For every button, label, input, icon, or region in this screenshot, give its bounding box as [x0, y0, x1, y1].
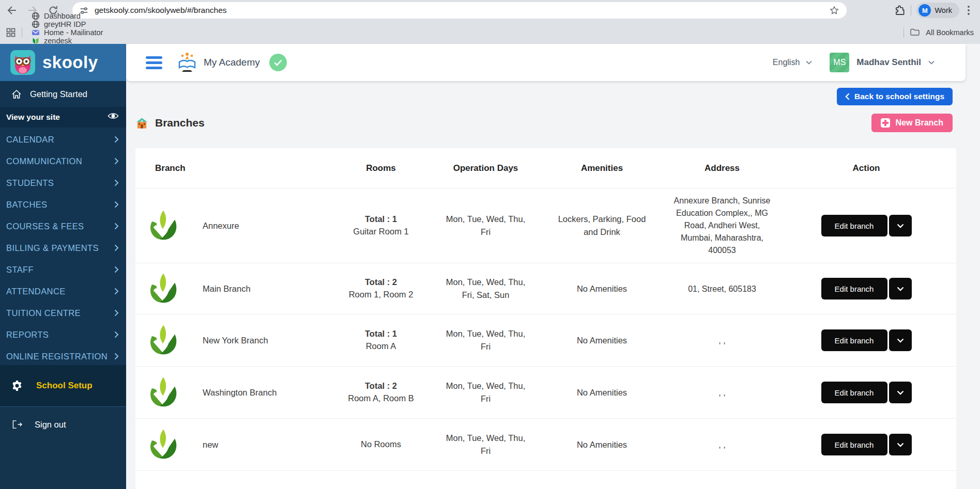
column-amenities: Amenities	[536, 163, 668, 173]
branch-name: Washington Branch	[203, 388, 277, 398]
folder-icon	[910, 28, 920, 36]
sidebar-menu-item[interactable]: COMMUNICATION	[0, 150, 126, 172]
sign-out-icon	[12, 420, 22, 429]
bookmark-item[interactable]: greytHR IDP	[32, 20, 117, 28]
signout-panel: Sign out	[0, 406, 126, 489]
operation-days-cell: Mon, Tue, Wed, Thu, Fri, Sat, Sun	[435, 272, 536, 306]
branches-table: Branch Rooms Operation Days Amenities Ad…	[135, 148, 956, 489]
bookmark-star-icon[interactable]	[829, 5, 839, 15]
chevron-left-icon	[845, 93, 850, 100]
branch-name: Annexure	[203, 221, 239, 231]
table-row: Annexure Total : 1 Guitar Room 1 Mon, Tu…	[135, 188, 956, 263]
chevron-down-icon	[897, 338, 904, 343]
url-bar[interactable]: getskooly.com/skoolyweb/#/branches	[72, 2, 847, 19]
edit-branch-button[interactable]: Edit branch	[821, 278, 887, 299]
sidebar-menu-item[interactable]: ATTENDANCE	[0, 280, 126, 302]
language-selector[interactable]: English	[773, 58, 812, 67]
chevron-down-icon	[806, 60, 812, 65]
table-row: new No Rooms Mon, Tue, Wed, Thu, Fri No …	[135, 419, 956, 471]
sidebar-menu-item[interactable]: BATCHES	[0, 194, 126, 215]
rooms-cell: Total : 2 Room 1, Room 2	[327, 272, 435, 305]
chevron-down-icon	[897, 287, 904, 291]
rooms-cell: No Rooms	[327, 434, 435, 455]
extensions-icon[interactable]	[895, 5, 906, 16]
edit-branch-dropdown-button[interactable]	[889, 278, 912, 299]
amenities-cell: No Amenities	[536, 382, 668, 403]
chevron-right-icon	[114, 331, 119, 338]
column-action: Action	[776, 163, 956, 173]
operation-days-cell: Mon, Tue, Wed, Thu, Fri	[435, 375, 536, 409]
edit-branch-dropdown-button[interactable]	[889, 382, 912, 403]
sidebar-menu-item[interactable]: STAFF	[0, 259, 126, 280]
branch-name: Main Branch	[203, 284, 251, 294]
chevron-right-icon	[114, 266, 119, 273]
address-cell: , ,	[668, 330, 776, 351]
sidebar-item-getting-started[interactable]: Getting Started	[0, 81, 126, 107]
table-row: New York Branch Total : 1 Room A Mon, Tu…	[135, 314, 956, 367]
branch-leaf-logo-icon	[148, 376, 179, 408]
back-to-school-settings-button[interactable]: Back to school settings	[837, 88, 953, 105]
edit-branch-button[interactable]: Edit branch	[821, 434, 887, 455]
globe-icon	[32, 12, 40, 20]
chevron-right-icon	[114, 201, 119, 208]
profile-chip[interactable]: M Work	[916, 3, 959, 18]
brand-name: skooly	[42, 53, 98, 72]
chevron-right-icon	[114, 353, 119, 360]
column-branch: Branch	[135, 163, 327, 173]
main-content: Back to school settings Branches New Bra…	[126, 81, 980, 489]
new-branch-button[interactable]: New Branch	[871, 114, 953, 132]
bookmark-item[interactable]: Home - Mailinator	[32, 28, 117, 37]
bookmarks-bar: Dashboard greytHR IDP Home - Maili	[0, 21, 980, 44]
branch-building-icon	[135, 117, 148, 130]
app-header: My Academy English MS Madhav Senthil	[126, 44, 966, 81]
edit-branch-dropdown-button[interactable]	[889, 329, 912, 351]
sidebar-menu-item[interactable]: COURSES & FEES	[0, 215, 126, 237]
eye-icon	[108, 112, 119, 120]
chevron-right-icon	[114, 157, 119, 165]
sidebar-menu-item[interactable]: BILLING & PAYMENTS	[0, 237, 126, 259]
rooms-cell: Total : 1 Guitar Room 1	[327, 209, 435, 242]
address-cell: , ,	[668, 434, 776, 455]
back-icon[interactable]	[3, 2, 21, 19]
user-avatar: MS	[830, 53, 849, 72]
branch-name: new	[203, 440, 218, 450]
skooly-owl-logo-icon	[10, 50, 35, 75]
apps-grid-icon[interactable]	[6, 28, 16, 37]
user-menu[interactable]: MS Madhav Senthil	[830, 53, 935, 72]
url-text[interactable]: getskooly.com/skoolyweb/#/branches	[95, 6, 829, 15]
table-row: Washington Branch Total : 2 Room A, Room…	[135, 367, 956, 419]
bookmarks-right-divider	[904, 27, 904, 38]
sidebar-menu-item[interactable]: REPORTS	[0, 324, 126, 345]
branch-leaf-logo-icon	[148, 324, 179, 356]
rooms-cell: Total : 2 Room A, Room B	[327, 376, 435, 409]
column-rooms: Rooms	[327, 163, 435, 173]
chevron-down-icon	[897, 224, 904, 228]
amenities-cell: No Amenities	[536, 278, 668, 299]
sidebar-item-sign-out[interactable]: Sign out	[0, 413, 126, 436]
mail-icon	[32, 28, 40, 37]
edit-branch-dropdown-button[interactable]	[889, 434, 912, 455]
all-bookmarks-label[interactable]: All Bookmarks	[926, 28, 974, 37]
chevron-right-icon	[114, 136, 119, 143]
sidebar-menu-item[interactable]: TUITION CENTRE	[0, 302, 126, 324]
hamburger-menu-icon[interactable]	[146, 56, 162, 69]
sidebar-item-view-your-site[interactable]: View your site	[0, 107, 126, 128]
operation-days-cell: Mon, Tue, Wed, Thu, Fri	[435, 323, 536, 357]
gear-icon	[11, 380, 23, 391]
sidebar-menu-item[interactable]: CALENDAR	[0, 129, 126, 150]
edit-branch-dropdown-button[interactable]	[889, 215, 912, 236]
browser-menu-icon[interactable]	[964, 6, 973, 15]
edit-branch-button[interactable]: Edit branch	[821, 215, 887, 236]
sidebar-menu-item[interactable]: ONLINE REGISTRATION	[0, 345, 126, 367]
bookmark-item[interactable]: Dashboard	[32, 12, 117, 20]
chevron-right-icon	[114, 309, 119, 317]
sidebar-item-school-setup[interactable]: School Setup	[0, 365, 126, 406]
edit-branch-button[interactable]: Edit branch	[821, 329, 887, 351]
academy: My Academy	[177, 52, 287, 73]
verified-check-icon	[269, 54, 287, 71]
operation-days-cell: Mon, Tue, Wed, Thu, Fri	[435, 428, 536, 462]
toolbar-divider	[911, 5, 911, 15]
edit-branch-button[interactable]: Edit branch	[821, 382, 887, 403]
table-header: Branch Rooms Operation Days Amenities Ad…	[135, 148, 956, 188]
sidebar-menu-item[interactable]: STUDENTS	[0, 172, 126, 194]
